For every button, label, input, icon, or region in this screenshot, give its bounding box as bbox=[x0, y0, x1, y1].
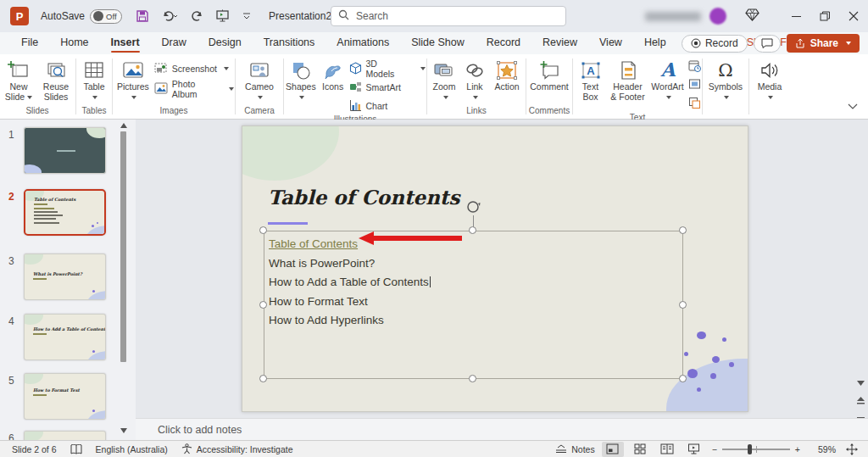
menu-tab-view[interactable]: View bbox=[588, 33, 633, 53]
slide-4-thumbnail[interactable]: How to Add a Table of Contents bbox=[24, 314, 106, 360]
action-button[interactable]: Action bbox=[490, 58, 524, 93]
zoom-slider-thumb[interactable] bbox=[748, 444, 752, 454]
redo-icon[interactable] bbox=[190, 9, 203, 23]
notes-toggle-button[interactable]: Notes bbox=[548, 441, 601, 457]
slide-canvas[interactable]: Table of Contents Table of Contents What… bbox=[242, 125, 748, 412]
selection-handle-middle-right[interactable] bbox=[679, 301, 687, 309]
share-button[interactable]: Share bbox=[787, 34, 860, 53]
scroll-down-icon[interactable] bbox=[120, 426, 127, 435]
cameo-button[interactable]: Cameo bbox=[239, 58, 280, 103]
table-button[interactable]: Table bbox=[78, 58, 110, 103]
user-avatar[interactable] bbox=[709, 8, 726, 25]
rotation-handle[interactable] bbox=[465, 199, 481, 218]
zoom-slider-track[interactable] bbox=[722, 449, 790, 450]
search-box[interactable]: Search bbox=[331, 6, 566, 26]
close-button[interactable] bbox=[839, 0, 868, 32]
save-icon[interactable] bbox=[136, 9, 149, 23]
slide-3-thumbnail[interactable]: What is PowerPoint? bbox=[24, 254, 106, 300]
object-button[interactable] bbox=[688, 97, 701, 113]
zoom-slider[interactable] bbox=[722, 449, 790, 450]
undo-icon[interactable] bbox=[161, 9, 178, 23]
smartart-button[interactable]: SmartArt bbox=[349, 79, 426, 96]
menu-tab-record[interactable]: Record bbox=[476, 33, 531, 53]
slide-5-thumbnail[interactable]: How to Format Text bbox=[24, 373, 106, 420]
slide-title[interactable]: Table of Contents bbox=[268, 186, 459, 209]
autosave-control[interactable]: AutoSave Off bbox=[41, 9, 122, 24]
menu-tab-help[interactable]: Help bbox=[633, 33, 677, 53]
text-box-button[interactable]: A Text Box bbox=[575, 58, 607, 103]
selection-handle-top-right[interactable] bbox=[679, 226, 687, 234]
menu-tab-slide-show[interactable]: Slide Show bbox=[400, 33, 476, 53]
comments-button[interactable] bbox=[754, 35, 781, 53]
new-slide-button[interactable]: New Slide bbox=[1, 58, 36, 103]
slide-indicator[interactable]: Slide 2 of 6 bbox=[0, 441, 64, 457]
menu-tab-transitions[interactable]: Transitions bbox=[253, 33, 326, 53]
symbols-button[interactable]: Ω Symbols bbox=[705, 58, 746, 103]
slide-2-thumbnail[interactable]: Table of Contents bbox=[24, 189, 106, 236]
toc-item[interactable]: How to Format Text bbox=[269, 293, 682, 312]
autosave-toggle[interactable]: Off bbox=[90, 9, 122, 24]
zoom-in-button[interactable]: + bbox=[793, 441, 807, 457]
slide-sorter-view-button[interactable] bbox=[629, 442, 651, 457]
photo-album-button[interactable]: Photo Album bbox=[154, 81, 234, 98]
reuse-slides-button[interactable]: Reuse Slides bbox=[38, 58, 74, 103]
menu-tab-file[interactable]: File bbox=[10, 33, 49, 53]
date-time-button[interactable] bbox=[688, 59, 701, 75]
zoom-out-button[interactable]: − bbox=[705, 441, 719, 457]
scrollbar-thumb[interactable] bbox=[120, 131, 126, 362]
menu-tab-draw[interactable]: Draw bbox=[151, 33, 198, 53]
minimize-button[interactable] bbox=[782, 0, 810, 32]
scroll-down-button[interactable] bbox=[857, 374, 865, 389]
selection-handle-bottom-middle[interactable] bbox=[469, 375, 476, 382]
toc-item[interactable]: How to Add Hyperlinks bbox=[269, 311, 682, 331]
slide-number-button[interactable] bbox=[688, 78, 701, 94]
comment-button[interactable]: Comment bbox=[528, 58, 570, 93]
zoom-level[interactable]: 59% bbox=[807, 444, 836, 454]
spell-check-button[interactable] bbox=[64, 441, 89, 457]
screenshot-button[interactable]: Screenshot bbox=[154, 60, 234, 77]
icons-button[interactable]: Icons bbox=[319, 58, 348, 93]
menu-tab-home[interactable]: Home bbox=[49, 33, 99, 53]
previous-slide-button[interactable] bbox=[857, 394, 865, 410]
selection-handle-top-middle[interactable] bbox=[469, 226, 476, 234]
record-button[interactable]: Record bbox=[682, 35, 748, 53]
slide-green-blob bbox=[242, 125, 339, 181]
selection-handle-top-left[interactable] bbox=[259, 226, 267, 234]
normal-view-button[interactable] bbox=[602, 442, 624, 457]
toc-item[interactable]: How to Add a Table of Contents bbox=[269, 273, 682, 293]
zoom-button[interactable]: Zoom bbox=[429, 58, 459, 103]
menu-tab-review[interactable]: Review bbox=[531, 33, 588, 53]
toc-item[interactable]: What is PowerPoint? bbox=[269, 254, 682, 274]
premium-features-icon[interactable] bbox=[745, 8, 760, 25]
menu-tab-design[interactable]: Design bbox=[198, 33, 253, 53]
language-button[interactable]: English (Australia) bbox=[89, 441, 175, 457]
customize-qat-icon[interactable] bbox=[242, 11, 252, 21]
menu-tab-animations[interactable]: Animations bbox=[326, 33, 400, 53]
restore-button[interactable] bbox=[810, 0, 839, 32]
scroll-up-icon[interactable] bbox=[120, 121, 127, 130]
toc-text-box[interactable]: Table of Contents What is PowerPoint? Ho… bbox=[264, 231, 683, 379]
accessibility-button[interactable]: Accessibility: Investigate bbox=[175, 441, 300, 457]
3d-models-button[interactable]: 3D Models bbox=[349, 60, 426, 77]
selection-handle-bottom-left[interactable] bbox=[259, 375, 267, 382]
slide-6-thumbnail[interactable] bbox=[24, 431, 106, 440]
notes-pane[interactable]: Click to add notes bbox=[136, 418, 868, 440]
selection-handle-bottom-right[interactable] bbox=[679, 375, 687, 382]
fit-slide-to-window-button[interactable] bbox=[841, 442, 863, 457]
shapes-button[interactable]: Shapes bbox=[285, 58, 317, 103]
header-footer-button[interactable]: Header & Footer bbox=[609, 58, 648, 103]
collapse-ribbon-button[interactable] bbox=[848, 98, 858, 114]
reading-view-button[interactable] bbox=[656, 442, 678, 457]
thumbnail-scrollbar[interactable] bbox=[120, 120, 127, 440]
slide-1-thumbnail[interactable] bbox=[24, 127, 106, 174]
start-presentation-icon[interactable] bbox=[215, 9, 230, 23]
media-button[interactable]: Media bbox=[752, 58, 787, 103]
slide-show-button[interactable] bbox=[683, 442, 705, 457]
toc-hyperlink[interactable]: Table of Contents bbox=[269, 237, 358, 250]
pictures-button[interactable]: Pictures bbox=[114, 58, 153, 103]
menu-tab-insert[interactable]: Insert bbox=[100, 33, 151, 53]
wordart-button[interactable]: A WordArt bbox=[649, 58, 687, 103]
link-button[interactable]: Link bbox=[461, 58, 488, 103]
chart-button[interactable]: Chart bbox=[349, 98, 426, 114]
selection-handle-middle-left[interactable] bbox=[259, 301, 267, 309]
